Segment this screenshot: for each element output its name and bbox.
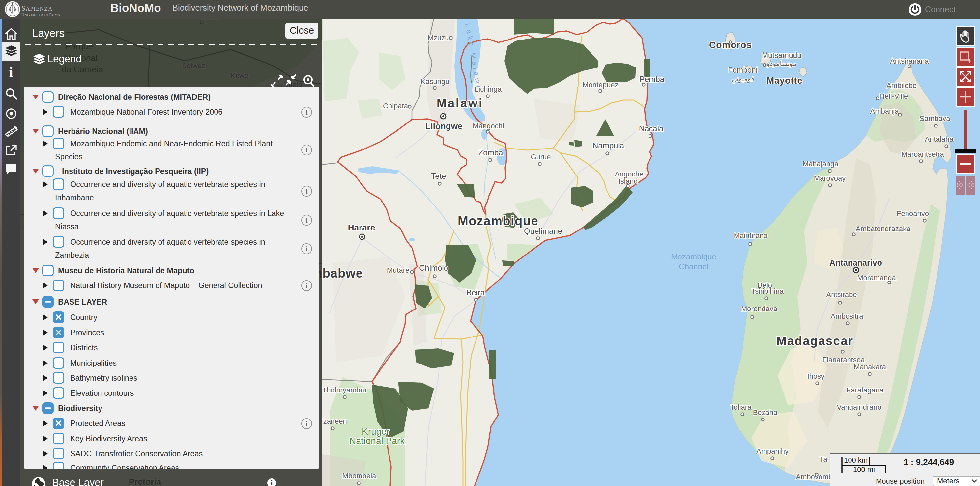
- svg-text:Antalaha: Antalaha: [925, 135, 954, 143]
- svg-text:Ambositra: Ambositra: [830, 312, 863, 320]
- svg-text:Hell-Ville: Hell-Ville: [880, 92, 908, 100]
- svg-text:Moramanga: Moramanga: [857, 274, 896, 282]
- svg-text:Kruger: Kruger: [362, 426, 390, 437]
- svg-text:Mozambique: Mozambique: [458, 214, 538, 228]
- svg-text:100 km: 100 km: [844, 456, 868, 464]
- svg-text:Tzaneen: Tzaneen: [319, 417, 347, 426]
- svg-text:Gurue: Gurue: [531, 153, 550, 161]
- svg-text:Mozambique: Mozambique: [671, 252, 716, 261]
- svg-text:Madagascar: Madagascar: [776, 334, 853, 348]
- svg-text:Beira: Beira: [466, 288, 485, 297]
- svg-text:Antananarivo: Antananarivo: [829, 258, 882, 267]
- svg-text:Mzuzu: Mzuzu: [428, 33, 449, 42]
- svg-text:Nampula: Nampula: [592, 141, 624, 150]
- svg-text:Mutare: Mutare: [387, 266, 409, 274]
- svg-text:موتسامودو: موتسامودو: [767, 60, 797, 68]
- svg-text:Tete: Tete: [431, 172, 446, 180]
- svg-text:Antsirabe: Antsirabe: [826, 291, 857, 299]
- svg-text:Ambilobe: Ambilobe: [886, 81, 917, 90]
- svg-text:Chipata: Chipata: [383, 102, 408, 110]
- svg-text:Montepuez: Montepuez: [582, 81, 619, 89]
- svg-text:Island: Island: [619, 177, 638, 185]
- svg-text:Pemba: Pemba: [639, 75, 665, 84]
- svg-text:Channel: Channel: [679, 262, 708, 271]
- svg-text:Mayotte: Mayotte: [767, 76, 802, 86]
- svg-text:Tsiribihina: Tsiribihina: [751, 287, 784, 295]
- svg-text:Ta: Ta: [819, 455, 827, 463]
- svg-text:Toliara: Toliara: [730, 403, 752, 411]
- svg-text:Antsiranana: Antsiranana: [890, 57, 929, 65]
- svg-text:Ambatondrazaka: Ambatondrazaka: [856, 225, 911, 233]
- svg-text:Fenoarivo: Fenoarivo: [897, 210, 929, 218]
- svg-text:Harare: Harare: [348, 222, 375, 232]
- svg-text:Chimoio: Chimoio: [419, 264, 448, 272]
- svg-text:Morondava: Morondava: [741, 305, 778, 313]
- svg-text:Maroantsetra: Maroantsetra: [901, 150, 944, 158]
- svg-text:فومبوني: فومبوني: [731, 75, 754, 83]
- svg-text:Mahajanga: Mahajanga: [803, 160, 839, 168]
- svg-text:100 mi: 100 mi: [853, 465, 875, 473]
- svg-text:Nacala: Nacala: [639, 124, 663, 133]
- svg-text:Marovoay: Marovoay: [814, 174, 846, 183]
- svg-text:Fomboni: Fomboni: [728, 66, 757, 75]
- svg-text:Thohoyandou: Thohoyandou: [322, 386, 367, 394]
- svg-text:Lilongwe: Lilongwe: [425, 121, 463, 131]
- svg-text:Vangaindrano: Vangaindrano: [837, 403, 881, 411]
- svg-text:Mangochi: Mangochi: [473, 122, 504, 130]
- svg-text:Mbombela: Mbombela: [342, 472, 376, 480]
- svg-text:Mutsamudu: Mutsamudu: [762, 51, 802, 60]
- svg-text:Bezaha: Bezaha: [753, 408, 778, 416]
- svg-text:Manakara: Manakara: [854, 363, 886, 371]
- svg-text:Malawi: Malawi: [437, 97, 484, 110]
- svg-text:Ihosy: Ihosy: [807, 372, 825, 380]
- svg-text:Kasungu: Kasungu: [421, 77, 449, 86]
- svg-text:Ampanihy: Ampanihy: [756, 447, 789, 455]
- svg-text:Ambanja: Ambanja: [870, 107, 899, 115]
- svg-text:Zomba: Zomba: [479, 148, 503, 157]
- svg-text:Maintirano: Maintirano: [734, 232, 768, 240]
- svg-text:Sambava: Sambava: [920, 114, 951, 122]
- svg-text:Farafagana: Farafagana: [846, 386, 884, 394]
- svg-text:National Park: National Park: [349, 436, 405, 446]
- svg-text:Quelimane: Quelimane: [524, 227, 562, 235]
